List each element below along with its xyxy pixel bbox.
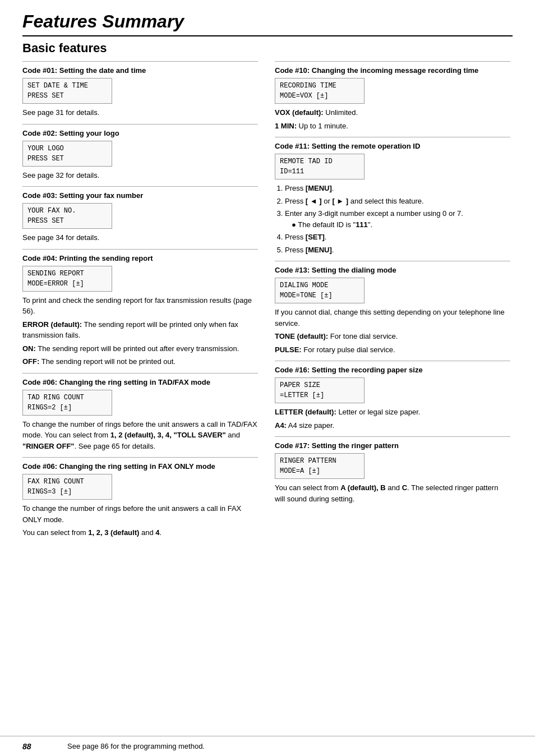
code04-box: SENDING REPORTMODE=ERROR [±]: [22, 266, 112, 292]
feature-code02: Code #02: Setting your logo YOUR LOGO PR…: [22, 124, 258, 181]
code06a-heading: Code #06: Changing the ring setting in T…: [22, 378, 258, 386]
right-column: Code #10: Changing the incoming message …: [275, 61, 510, 544]
feature-code16: Code #16: Setting the recording paper si…: [275, 361, 510, 431]
code02-heading: Code #02: Setting your logo: [22, 129, 258, 137]
code10-text2: 1 MIN: Up to 1 minute.: [275, 121, 510, 132]
code17-heading: Code #17: Setting the ringer pattern: [275, 441, 510, 450]
code17-box: RINGER PATTERNMODE=A [±]: [275, 453, 365, 479]
code11-step3: Enter any 3-digit number except a number…: [285, 208, 510, 230]
feature-code01: Code #01: Setting the date and time SET …: [22, 61, 258, 118]
feature-code17: Code #17: Setting the ringer pattern RIN…: [275, 436, 510, 504]
footer-page-number: 88: [22, 742, 56, 751]
code11-box: REMOTE TAD IDID=111: [275, 154, 365, 179]
left-column: Code #01: Setting the date and time SET …: [22, 61, 258, 544]
code02-text: See page 32 for details.: [22, 170, 258, 181]
feature-code04: Code #04: Printing the sending report SE…: [22, 249, 258, 367]
code16-text1: LETTER (default): Letter or legal size p…: [275, 407, 510, 418]
code10-text1: VOX (default): Unlimited.: [275, 107, 510, 118]
code11-step4: Press [SET].: [285, 232, 510, 243]
code06b-text2: You can select from 1, 2, 3 (default) an…: [22, 527, 258, 538]
two-column-layout: Code #01: Setting the date and time SET …: [22, 61, 513, 544]
section-title: Basic features: [22, 41, 513, 56]
code06a-text: To change the number of rings before the…: [22, 419, 258, 452]
code10-heading: Code #10: Changing the incoming message …: [275, 66, 510, 75]
feature-code06a: Code #06: Changing the ring setting in T…: [22, 373, 258, 452]
code16-box: PAPER SIZE=LETTER [±]: [275, 377, 365, 403]
code01-text: See page 31 for details.: [22, 107, 258, 118]
code11-step1: Press [MENU].: [285, 183, 510, 194]
page-title: Features Summary: [22, 11, 513, 36]
code17-text: You can select from A (default), B and C…: [275, 482, 510, 504]
feature-code10: Code #10: Changing the incoming message …: [275, 61, 510, 131]
code11-bullet-item: The default ID is "111".: [292, 219, 510, 231]
code06b-heading: Code #06: Changing the ring setting in F…: [22, 462, 258, 471]
code13-box: DIALING MODEMODE=TONE [±]: [275, 278, 365, 303]
code06b-text1: To change the number of rings before the…: [22, 503, 258, 525]
code13-text1: If you cannot dial, change this setting …: [275, 307, 510, 329]
code16-heading: Code #16: Setting the recording paper si…: [275, 366, 510, 374]
footer: 88 See page 86 for the programming metho…: [0, 736, 535, 756]
footer-note: See page 86 for the programming method.: [67, 742, 205, 750]
code13-heading: Code #13: Setting the dialing mode: [275, 266, 510, 274]
code11-step2: Press [ ◄ ] or [ ► ] and select this fea…: [285, 196, 510, 207]
code04-heading: Code #04: Printing the sending report: [22, 254, 258, 262]
code06b-box: FAX RING COUNTRINGS=3 [±]: [22, 474, 112, 500]
feature-code13: Code #13: Setting the dialing mode DIALI…: [275, 261, 510, 355]
code16-text2: A4: A4 size paper.: [275, 420, 510, 431]
code03-box: YOUR FAX NO. PRESS SET: [22, 203, 112, 229]
code11-heading: Code #11: Setting the remote operation I…: [275, 142, 510, 150]
code04-text1: To print and check the sending report fo…: [22, 295, 258, 317]
code13-text2: TONE (default): For tone dial service.: [275, 331, 510, 342]
code11-step5: Press [MENU].: [285, 245, 510, 256]
feature-code03: Code #03: Setting your fax number YOUR F…: [22, 186, 258, 243]
code04-text4: OFF: The sending report will not be prin…: [22, 356, 258, 367]
code11-list: Press [MENU]. Press [ ◄ ] or [ ► ] and s…: [275, 183, 510, 255]
code04-text3: ON: The sending report will be printed o…: [22, 343, 258, 354]
code01-box: SET DATE & TIME PRESS SET: [22, 78, 112, 104]
code02-box: YOUR LOGO PRESS SET: [22, 141, 112, 167]
code03-text: See page 34 for details.: [22, 232, 258, 243]
code13-text3: PULSE: For rotary pulse dial service.: [275, 344, 510, 356]
feature-code06b: Code #06: Changing the ring setting in F…: [22, 457, 258, 538]
code06a-box: TAD RING COUNTRINGS=2 [±]: [22, 390, 112, 416]
code04-text2: ERROR (default): The sending report will…: [22, 319, 258, 341]
code11-bullet: The default ID is "111".: [285, 219, 510, 231]
page: Features Summary Basic features Code #01…: [0, 0, 535, 756]
code01-heading: Code #01: Setting the date and time: [22, 66, 258, 75]
code10-box: RECORDING TIMEMODE=VOX [±]: [275, 78, 365, 104]
code03-heading: Code #03: Setting your fax number: [22, 191, 258, 200]
feature-code11: Code #11: Setting the remote operation I…: [275, 137, 510, 255]
